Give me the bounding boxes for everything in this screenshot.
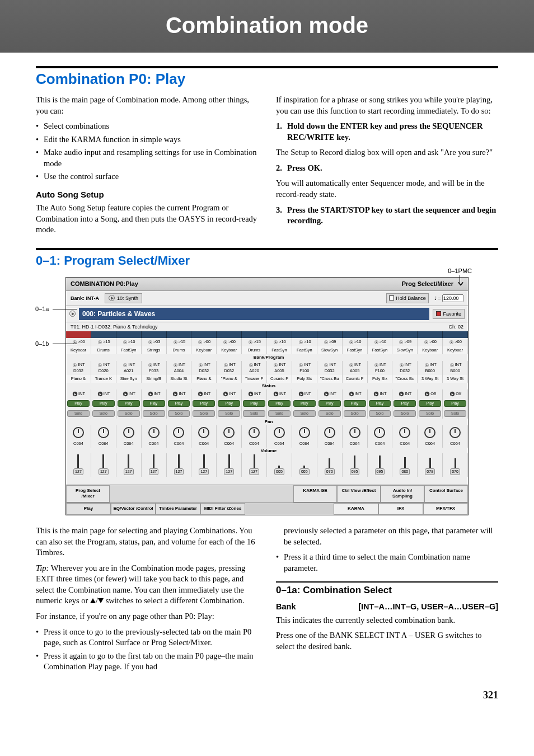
after-step1: The Setup to Record dialog box will open… — [276, 147, 498, 158]
col2-bullet: Press it a third time to select the main… — [276, 552, 498, 574]
intro-item: Select combinations — [36, 121, 258, 132]
section-heading-p0: Combination P0: Play — [36, 66, 498, 89]
intro-item: Make audio input and resampling settings… — [36, 147, 258, 169]
col2-continuation: previously selected a parameter on this … — [276, 525, 498, 547]
lower-p2: For instance, if you're on any page othe… — [36, 611, 258, 622]
callout-0-1a: 0–1a — [35, 306, 49, 312]
cat-num-row[interactable]: >00>15>10>03>15>00>00>15>10>10>09>10>10>… — [66, 338, 468, 346]
intro-item: Edit the KARMA function in simple ways — [36, 134, 258, 145]
auto-song-heading: Auto Song Setup — [36, 189, 258, 200]
combination-name[interactable]: 000: Particles & Waves — [79, 308, 429, 320]
page-header: Combination mode — [0, 0, 534, 53]
auto-song-body: The Auto Song Setup feature copies the c… — [36, 203, 258, 236]
lower-tab-row[interactable]: PlayEQ/Vector /ControlTimbre ParameterMI… — [66, 503, 468, 515]
screen-title-left: COMBINATION P0:Play — [71, 280, 138, 288]
favorite-checkbox[interactable]: Favorite — [433, 309, 465, 319]
screenshot-figure: 0–1PMC 0–1a 0–1b COMBINATION P0:Play Pro… — [65, 277, 469, 515]
status-row[interactable]: INTINTINTINTINTINTINTINTINTINTINTINTINTI… — [66, 389, 468, 398]
t01-ch: Ch: 02 — [448, 323, 463, 330]
pan-knob-row[interactable] — [66, 425, 468, 440]
play-arrow-icon — [109, 295, 115, 301]
t01-line: T01: HD-1 I-D032: Piano & Technology — [71, 323, 157, 330]
prog-name-row: Piano &Trance KSine SynString/BStudio St… — [66, 375, 468, 383]
section-heading-0-1: 0–1: Program Select/Mixer — [36, 248, 498, 269]
param-bank: Bank [INT–A…INT–G, USER–A…USER–G] — [276, 602, 498, 613]
lower-item: Press it once to go to the previously-se… — [36, 627, 258, 649]
screen-title-right: Prog Select/Mixer — [402, 280, 453, 288]
col2-lead: If inspiration for a phrase or song stri… — [276, 95, 498, 116]
intro-list: Select combinations Edit the KARMA funct… — [36, 121, 258, 182]
solo-row[interactable]: SoloSoloSoloSoloSoloSoloSoloSoloSoloSolo… — [66, 408, 468, 419]
intro-item: Use the control surface — [36, 171, 258, 182]
triangle-up-icon — [90, 598, 96, 603]
tempo-field[interactable]: ♩ = — [434, 294, 463, 302]
pan-val-row: C064C064C064C064C064C064C064C064C064C064… — [66, 440, 468, 448]
play-row[interactable]: PlayPlayPlayPlayPlayPlayPlayPlayPlayPlay… — [66, 398, 468, 408]
step-1: 1.Hold down the ENTER key and press the … — [276, 121, 498, 143]
play-arrow-icon[interactable] — [69, 311, 76, 317]
intro-lead: This is the main page of Combination mod… — [36, 95, 258, 116]
category-select[interactable]: 10: Synth — [105, 293, 142, 303]
lower-tip: Tip: Wherever you are in the Combination… — [36, 563, 258, 607]
sub-p1: This indicates the currently selected co… — [276, 615, 498, 626]
callout-0-1pmc: 0–1PMC — [448, 267, 472, 274]
upper-tab-row[interactable]: Prog Select /MixerKARMA GECtrl View /Eff… — [66, 485, 468, 503]
oasys-screen: COMBINATION P0:Play Prog Select/Mixer Ba… — [65, 277, 469, 515]
triangle-down-icon — [98, 598, 104, 603]
lower-p1: This is the main page for selecting and … — [36, 525, 258, 558]
page-number: 321 — [36, 688, 498, 702]
timbre-tabstrip[interactable] — [66, 331, 468, 338]
callout-0-1b: 0–1b — [35, 340, 49, 347]
page-title: Combination mode — [0, 10, 534, 40]
step-2: 2.Press OK. — [276, 163, 498, 174]
lower-item: Press it again to go to the first tab on… — [36, 651, 258, 673]
step-3: 3.Press the START/STOP key to start the … — [276, 205, 498, 227]
sub-heading-0-1a: 0–1a: Combination Select — [276, 581, 498, 597]
sub-p2: Press one of the BANK SELECT INT A – USE… — [276, 630, 498, 652]
bank-label: Bank: INT-A — [71, 295, 99, 302]
hold-balance-checkbox[interactable]: Hold Balance — [386, 293, 429, 303]
after-step2: You will automatically enter Sequencer m… — [276, 178, 498, 200]
vol-row[interactable]: 1271271271271271271271270050050700950950… — [66, 454, 468, 477]
cat-name-row: KeyboarDrumsFastSynStringsDrumsKeyboarKe… — [66, 346, 468, 354]
prog-row[interactable]: INTD032INTD020INTA021INTF033INTA004INTD0… — [66, 361, 468, 375]
